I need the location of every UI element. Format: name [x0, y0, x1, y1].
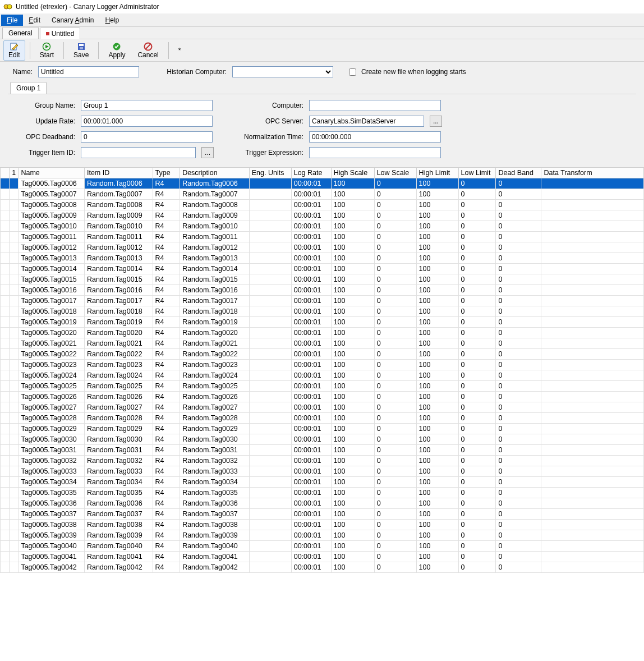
cell-lograte[interactable]: 00:00:01 [291, 456, 331, 466]
row-header-cell[interactable] [1, 264, 10, 274]
cell-lowscale[interactable]: 0 [374, 381, 416, 392]
cell-engunits[interactable] [249, 317, 291, 328]
cell-lowlimit[interactable]: 0 [458, 370, 496, 381]
cell-type[interactable]: R4 [153, 402, 180, 413]
cell-itemid[interactable]: Random.Tag0020 [84, 328, 153, 338]
row-header-cell[interactable] [1, 221, 10, 232]
cell-name[interactable]: Tag0005.Tag0027 [19, 402, 85, 413]
cell-deadband[interactable]: 0 [496, 402, 541, 413]
cell-highscale[interactable]: 100 [331, 221, 374, 232]
cell-deadband[interactable]: 0 [496, 552, 541, 562]
cell-highlimit[interactable]: 100 [416, 413, 458, 424]
cell-engunits[interactable] [249, 392, 291, 402]
cell-engunits[interactable] [249, 328, 291, 338]
row-index-cell[interactable] [10, 274, 19, 285]
row-header-cell[interactable] [1, 477, 10, 488]
cell-name[interactable]: Tag0005.Tag0041 [19, 552, 85, 562]
cell-highlimit[interactable]: 100 [416, 562, 458, 573]
cell-description[interactable]: Random.Tag0029 [180, 424, 250, 434]
table-row[interactable]: Tag0005.Tag0033Random.Tag0033R4Random.Ta… [1, 466, 644, 477]
cell-description[interactable]: Random.Tag0038 [180, 520, 250, 530]
cell-itemid[interactable]: Random.Tag0017 [84, 296, 153, 306]
table-row[interactable]: Tag0005.Tag0037Random.Tag0037R4Random.Ta… [1, 509, 644, 520]
cell-highscale[interactable]: 100 [331, 498, 374, 509]
group-tab[interactable]: Group 1 [10, 82, 47, 94]
cell-deadband[interactable]: 0 [496, 498, 541, 509]
update-rate-input[interactable] [81, 116, 213, 127]
row-header-cell[interactable] [1, 530, 10, 541]
cell-name[interactable]: Tag0005.Tag0016 [19, 285, 85, 296]
cell-lowlimit[interactable]: 0 [458, 285, 496, 296]
cell-deadband[interactable]: 0 [496, 370, 541, 381]
cell-highlimit[interactable]: 100 [416, 498, 458, 509]
row-header-cell[interactable] [1, 242, 10, 253]
cell-lowscale[interactable]: 0 [374, 296, 416, 306]
cell-name[interactable]: Tag0005.Tag0032 [19, 456, 85, 466]
cell-highscale[interactable]: 100 [331, 445, 374, 456]
row-header-cell[interactable] [1, 541, 10, 552]
cell-engunits[interactable] [249, 306, 291, 317]
cell-type[interactable]: R4 [153, 210, 180, 221]
cell-itemid[interactable]: Random.Tag0016 [84, 285, 153, 296]
cell-lowscale[interactable]: 0 [374, 317, 416, 328]
cell-deadband[interactable]: 0 [496, 200, 541, 210]
cell-description[interactable]: Random.Tag0017 [180, 296, 250, 306]
cell-deadband[interactable]: 0 [496, 306, 541, 317]
row-index-cell[interactable] [10, 477, 19, 488]
col-header[interactable]: Type [153, 168, 180, 178]
cell-engunits[interactable] [249, 221, 291, 232]
row-index-cell[interactable] [10, 328, 19, 338]
cell-highscale[interactable]: 100 [331, 189, 374, 200]
cell-datatransform[interactable] [541, 509, 644, 520]
cell-description[interactable]: Random.Tag0018 [180, 306, 250, 317]
cell-datatransform[interactable] [541, 285, 644, 296]
cell-lograte[interactable]: 00:00:01 [291, 392, 331, 402]
row-index-cell[interactable] [10, 264, 19, 274]
cell-highlimit[interactable]: 100 [416, 456, 458, 466]
cell-name[interactable]: Tag0005.Tag0034 [19, 477, 85, 488]
table-row[interactable]: Tag0005.Tag0036Random.Tag0036R4Random.Ta… [1, 498, 644, 509]
cell-itemid[interactable]: Random.Tag0035 [84, 488, 153, 498]
cell-highscale[interactable]: 100 [331, 360, 374, 370]
cell-type[interactable]: R4 [153, 296, 180, 306]
row-header-cell[interactable] [1, 509, 10, 520]
cell-highscale[interactable]: 100 [331, 306, 374, 317]
row-header-cell[interactable] [1, 189, 10, 200]
cell-deadband[interactable]: 0 [496, 392, 541, 402]
cell-itemid[interactable]: Random.Tag0040 [84, 541, 153, 552]
cell-datatransform[interactable] [541, 264, 644, 274]
cell-deadband[interactable]: 0 [496, 189, 541, 200]
cell-highscale[interactable]: 100 [331, 562, 374, 573]
col-header[interactable]: High Scale [331, 168, 374, 178]
cell-highlimit[interactable]: 100 [416, 274, 458, 285]
cell-datatransform[interactable] [541, 477, 644, 488]
cell-description[interactable]: Random.Tag0034 [180, 477, 250, 488]
row-header-cell[interactable] [1, 498, 10, 509]
cell-description[interactable]: Random.Tag0040 [180, 541, 250, 552]
col-header[interactable]: Log Rate [291, 168, 331, 178]
cell-description[interactable]: Random.Tag0012 [180, 242, 250, 253]
cell-lowlimit[interactable]: 0 [458, 434, 496, 445]
cell-engunits[interactable] [249, 509, 291, 520]
cell-name[interactable]: Tag0005.Tag0019 [19, 317, 85, 328]
cell-description[interactable]: Random.Tag0020 [180, 328, 250, 338]
cell-lograte[interactable]: 00:00:01 [291, 530, 331, 541]
cell-lowlimit[interactable]: 0 [458, 488, 496, 498]
cell-highlimit[interactable]: 100 [416, 178, 458, 189]
cell-highlimit[interactable]: 100 [416, 424, 458, 434]
cell-datatransform[interactable] [541, 338, 644, 349]
col-header[interactable]: Item ID [84, 168, 153, 178]
cell-datatransform[interactable] [541, 317, 644, 328]
cell-highlimit[interactable]: 100 [416, 264, 458, 274]
cell-lowlimit[interactable]: 0 [458, 541, 496, 552]
cell-lowscale[interactable]: 0 [374, 562, 416, 573]
cell-lowscale[interactable]: 0 [374, 328, 416, 338]
cell-description[interactable]: Random.Tag0019 [180, 317, 250, 328]
cell-highlimit[interactable]: 100 [416, 338, 458, 349]
cell-itemid[interactable]: Random.Tag0006 [84, 178, 153, 189]
row-header-cell[interactable] [1, 562, 10, 573]
cell-engunits[interactable] [249, 562, 291, 573]
table-row[interactable]: Tag0005.Tag0007Random.Tag0007R4Random.Ta… [1, 189, 644, 200]
cell-itemid[interactable]: Random.Tag0037 [84, 509, 153, 520]
row-index-cell[interactable] [10, 200, 19, 210]
